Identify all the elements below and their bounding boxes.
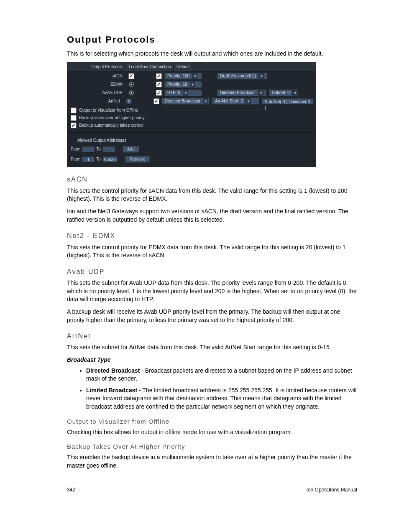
combo-artnet-start[interactable]: Art-Net Start: 0▼ bbox=[212, 98, 259, 105]
row-artnet: ArtNet Directed Broadcast▼ Art-Net Start… bbox=[67, 97, 316, 105]
heading-backup: Backup Takes Over At Higher Priority bbox=[67, 442, 357, 451]
addr-title: Allowed Output Addresses bbox=[69, 137, 314, 145]
panel-default: Default bbox=[174, 62, 192, 72]
input-to-2[interactable]: 65536 bbox=[102, 156, 118, 162]
label-edmx: EDMX bbox=[67, 82, 126, 87]
page-number: 342 bbox=[67, 486, 75, 494]
label-to: To bbox=[96, 146, 101, 152]
broadcast-list: Directed Broadcast - Broadcast packets a… bbox=[86, 367, 357, 411]
checkbox-sacn-default[interactable] bbox=[156, 73, 162, 79]
heading-avab: Avab UDP bbox=[67, 267, 357, 276]
chevron-down-icon: ▼ bbox=[192, 73, 197, 79]
text-backup: This enables the backup device in a mult… bbox=[67, 453, 357, 470]
chevron-down-icon: ▼ bbox=[258, 90, 263, 96]
panel-connection: Local Area Connection bbox=[126, 62, 174, 72]
input-from-1[interactable] bbox=[82, 146, 95, 152]
chevron-down-icon: ▼ bbox=[258, 73, 264, 79]
label-sacn: sACN bbox=[67, 73, 126, 79]
chevron-down-icon: ▼ bbox=[190, 82, 195, 87]
text-sacn-1: This sets the control priority for sACN … bbox=[67, 187, 357, 203]
text-visualizer: Checking this box allows for output in o… bbox=[67, 428, 357, 437]
chevron-down-icon: ▼ bbox=[203, 98, 208, 104]
label-from: From bbox=[71, 146, 80, 152]
combo-sacn-priority[interactable]: Priority: 100▼ bbox=[164, 73, 202, 79]
label-artnet: ArtNet bbox=[67, 98, 123, 104]
input-from-2[interactable]: 1 bbox=[82, 156, 95, 162]
combo-artnet-bcast[interactable]: Directed Broadcast▼ bbox=[162, 98, 210, 105]
heading-net2: Net2 - EDMX bbox=[67, 231, 357, 240]
text-avab-2: A backup desk will receive its Avab UDP … bbox=[67, 308, 357, 324]
checkbox-sacn-enable[interactable] bbox=[128, 73, 134, 79]
combo-avab-htp[interactable]: HTP: 0▼ bbox=[164, 90, 202, 96]
label-to-2: To bbox=[96, 156, 101, 162]
panel-header: Output Protocols Local Area Connection D… bbox=[67, 62, 316, 72]
heading-broadcast-type: Broadcast Type bbox=[67, 356, 357, 364]
checkbox-avab-default[interactable] bbox=[156, 90, 162, 96]
radio-avab-enable[interactable] bbox=[129, 90, 134, 95]
heading-output-protocols: Output Protocols bbox=[67, 33, 357, 46]
panel-sub-options: Output to Visualizer from Offline Backup… bbox=[67, 105, 316, 130]
heading-sacn: sACN bbox=[67, 175, 357, 184]
combo-avab-subnet[interactable]: Subnet: 0▼ bbox=[269, 90, 298, 96]
checkbox-edmx-default[interactable] bbox=[156, 82, 162, 87]
checkbox-artnet-default[interactable] bbox=[153, 98, 159, 104]
radio-artnet-enable[interactable] bbox=[126, 99, 131, 104]
chevron-down-icon: ▼ bbox=[292, 90, 298, 96]
page-footer: 342 Ion Operations Manual bbox=[67, 486, 357, 494]
list-item-limited: Limited Broadcast - The limited broadcas… bbox=[86, 386, 357, 411]
checkbox-backup-higher[interactable] bbox=[71, 115, 77, 121]
checkbox-output-visualizer[interactable] bbox=[71, 107, 77, 113]
button-add[interactable]: Add bbox=[123, 146, 139, 153]
manual-title: Ion Operations Manual bbox=[307, 486, 357, 494]
text-net2: This sets the control priority for EDMX … bbox=[67, 243, 357, 260]
panel-header-label: Output Protocols bbox=[67, 62, 126, 72]
label-avab: AVAB UDP bbox=[67, 90, 126, 96]
combo-avab-bcast[interactable]: Directed Broadcast▼ bbox=[217, 90, 266, 96]
input-to-1[interactable] bbox=[102, 146, 115, 152]
intro-text: This is for selecting which protocols th… bbox=[67, 50, 357, 58]
label-backup-higher: Backup takes over at higher priority bbox=[79, 115, 145, 121]
text-sacn-2: Ion and the Net3 Gateways support two ve… bbox=[67, 207, 357, 224]
text-artnet: This sets the subnet for ArtNet data fro… bbox=[67, 343, 357, 352]
row-edmx: EDMX Priority: 10▼ bbox=[67, 80, 316, 89]
label-output-visualizer: Output to Visualizer from Offline bbox=[79, 107, 138, 113]
allowed-addresses: Allowed Output Addresses From To Add Fro… bbox=[67, 135, 316, 167]
row-sacn: sACN Priority: 100▼ Draft Version (v0.2)… bbox=[67, 72, 316, 80]
box-artnet-subuniverse: Sub-Net( 0 ) Universe( 0 ) bbox=[262, 98, 313, 104]
combo-sacn-draft[interactable]: Draft Version (v0.2)▼ bbox=[217, 73, 267, 79]
button-remove[interactable]: Remove bbox=[125, 156, 150, 163]
heading-artnet: ArtNet bbox=[67, 332, 357, 341]
list-item-directed: Directed Broadcast - Broadcast packets a… bbox=[86, 367, 357, 383]
label-from-2: From bbox=[71, 156, 80, 162]
chevron-down-icon: ▼ bbox=[246, 98, 251, 104]
combo-edmx-priority[interactable]: Priority: 10▼ bbox=[164, 81, 202, 88]
heading-output-visualizer: Output to Visualizer from Offline bbox=[67, 417, 357, 426]
page: Output Protocols This is for selecting w… bbox=[0, 0, 399, 514]
output-protocols-panel: Output Protocols Local Area Connection D… bbox=[67, 62, 316, 167]
chevron-down-icon: ▼ bbox=[183, 90, 188, 96]
checkbox-backup-auto[interactable] bbox=[71, 123, 77, 128]
text-avab-1: This sets the subnet for Avab UDP data f… bbox=[67, 279, 357, 304]
label-backup-auto: Backup automatically takes control bbox=[79, 123, 143, 128]
radio-edmx-enable[interactable] bbox=[129, 82, 134, 87]
row-avab: AVAB UDP HTP: 0▼ Directed Broadcast▼ Sub… bbox=[67, 89, 316, 97]
